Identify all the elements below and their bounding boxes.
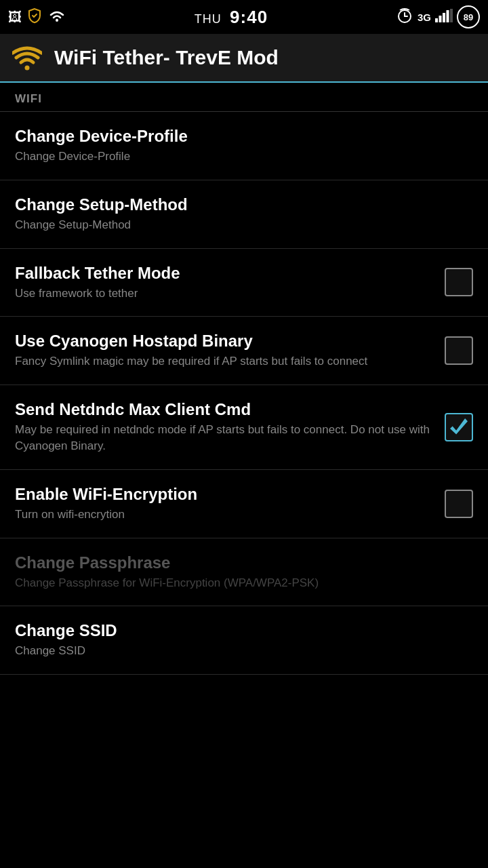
status-right-icons: 3G 89	[396, 5, 480, 28]
settings-item-subtitle-use-cyanogen-hostapd-binary: Fancy Symlink magic may be required if A…	[15, 353, 431, 370]
settings-item-enable-wifi-encryption[interactable]: Enable WiFi-EncryptionTurn on wifi-encry…	[0, 470, 488, 538]
svg-point-0	[56, 19, 58, 22]
status-time: THU 9:40	[195, 7, 268, 28]
settings-item-subtitle-fallback-tether-mode: Use framework to tether	[15, 285, 431, 302]
settings-item-title-change-passphrase: Change Passphrase	[15, 553, 460, 572]
app-title: WiFi Tether- TrevE Mod	[54, 46, 279, 69]
settings-item-fallback-tether-mode[interactable]: Fallback Tether ModeUse framework to tet…	[0, 249, 488, 317]
svg-rect-8	[450, 9, 453, 22]
settings-item-change-passphrase[interactable]: Change PassphraseChange Passphrase for W…	[0, 538, 488, 607]
settings-item-subtitle-change-passphrase: Change Passphrase for WiFi-Encryption (W…	[15, 575, 460, 591]
settings-item-use-cyanogen-hostapd-binary[interactable]: Use Cyanogen Hostapd BinaryFancy Symlink…	[0, 317, 488, 385]
app-header: WiFi Tether- TrevE Mod	[0, 34, 488, 83]
alarm-icon	[396, 7, 413, 27]
checkbox-enable-wifi-encryption[interactable]	[445, 490, 473, 518]
settings-item-subtitle-change-ssid: Change SSID	[15, 643, 460, 659]
settings-item-title-change-setup-method: Change Setup-Method	[15, 195, 460, 214]
wifi-status-icon	[47, 9, 66, 25]
status-bar: 🖼 THU 9:40	[0, 0, 488, 34]
settings-item-title-change-device-profile: Change Device-Profile	[15, 127, 460, 146]
settings-item-title-change-ssid: Change SSID	[15, 621, 460, 640]
shield-icon	[27, 7, 42, 26]
picture-icon: 🖼	[8, 9, 22, 25]
settings-item-change-ssid[interactable]: Change SSIDChange SSID	[0, 606, 488, 675]
settings-item-send-netdndc-max-client-cmd[interactable]: Send Netdndc Max Client CmdMay be requir…	[0, 385, 488, 470]
svg-rect-5	[439, 16, 441, 22]
signal-icon	[435, 9, 453, 25]
battery-indicator: 89	[457, 5, 480, 28]
app-wifi-icon	[12, 45, 42, 71]
svg-rect-7	[446, 10, 449, 22]
settings-item-subtitle-change-setup-method: Change Setup-Method	[15, 217, 460, 233]
checkbox-send-netdndc-max-client-cmd[interactable]	[445, 413, 473, 441]
svg-rect-6	[443, 13, 445, 22]
settings-list: Change Device-ProfileChange Device-Profi…	[0, 112, 488, 675]
network-type-label: 3G	[418, 12, 431, 23]
svg-point-9	[25, 66, 30, 71]
settings-item-subtitle-enable-wifi-encryption: Turn on wifi-encrytion	[15, 507, 431, 523]
settings-item-change-setup-method[interactable]: Change Setup-MethodChange Setup-Method	[0, 180, 488, 249]
svg-rect-4	[435, 18, 438, 22]
settings-item-subtitle-change-device-profile: Change Device-Profile	[15, 149, 460, 165]
settings-item-subtitle-send-netdndc-max-client-cmd: May be required in netdndc mode if AP st…	[15, 422, 431, 454]
settings-item-title-use-cyanogen-hostapd-binary: Use Cyanogen Hostapd Binary	[15, 332, 431, 351]
checkbox-fallback-tether-mode[interactable]	[445, 268, 473, 296]
settings-item-change-device-profile[interactable]: Change Device-ProfileChange Device-Profi…	[0, 112, 488, 180]
status-left-icons: 🖼	[8, 7, 66, 26]
settings-item-title-enable-wifi-encryption: Enable WiFi-Encryption	[15, 485, 431, 504]
settings-item-title-send-netdndc-max-client-cmd: Send Netdndc Max Client Cmd	[15, 400, 431, 419]
settings-item-title-fallback-tether-mode: Fallback Tether Mode	[15, 264, 431, 283]
checkbox-use-cyanogen-hostapd-binary[interactable]	[445, 336, 473, 365]
section-header-wifi: WIFI	[0, 83, 488, 111]
